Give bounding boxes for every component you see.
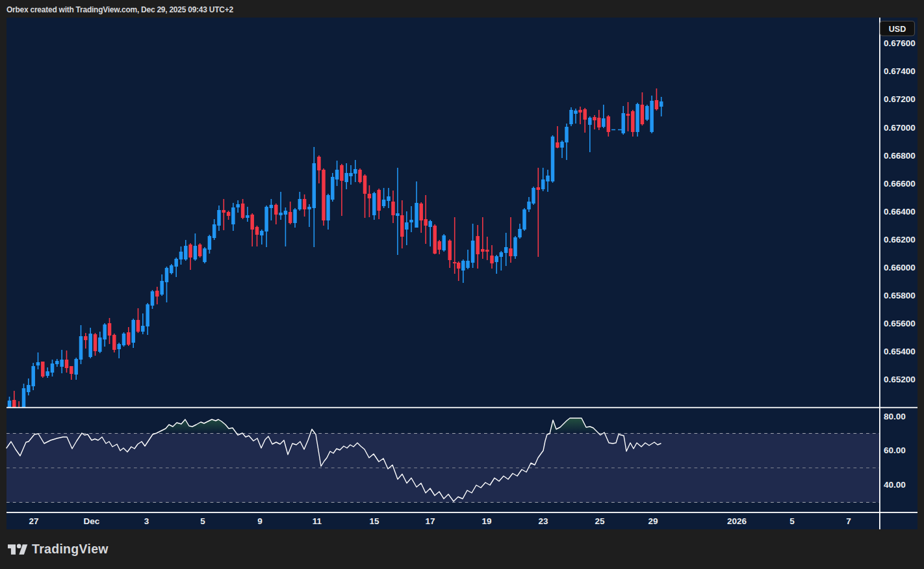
svg-text:5: 5 — [789, 516, 795, 526]
svg-text:0.67000: 0.67000 — [884, 123, 916, 133]
svg-text:23: 23 — [538, 516, 548, 526]
svg-text:5: 5 — [200, 516, 205, 526]
svg-text:11: 11 — [313, 516, 322, 526]
svg-text:27: 27 — [29, 516, 38, 526]
svg-text:0.67200: 0.67200 — [884, 94, 916, 104]
svg-text:80.00: 80.00 — [884, 412, 906, 421]
svg-text:Orbex created with TradingView: Orbex created with TradingView.com, Dec … — [6, 5, 233, 14]
svg-text:0.66800: 0.66800 — [884, 151, 916, 161]
svg-text:19: 19 — [481, 516, 491, 526]
svg-text:7: 7 — [846, 516, 851, 526]
svg-text:9: 9 — [257, 516, 263, 526]
svg-text:0.66600: 0.66600 — [884, 179, 916, 189]
svg-text:0.65600: 0.65600 — [884, 319, 916, 328]
svg-text:60.00: 60.00 — [884, 445, 906, 455]
svg-text:0.65200: 0.65200 — [884, 375, 916, 384]
svg-text:USD: USD — [889, 25, 906, 34]
svg-text:25: 25 — [595, 516, 605, 526]
svg-text:0.66400: 0.66400 — [884, 207, 916, 217]
svg-text:29: 29 — [648, 516, 658, 526]
svg-text:TradingView: TradingView — [32, 542, 109, 556]
svg-text:0.67400: 0.67400 — [884, 66, 916, 76]
svg-text:0.65800: 0.65800 — [884, 291, 916, 300]
svg-text:0.67600: 0.67600 — [884, 38, 916, 48]
svg-text:0.66000: 0.66000 — [884, 263, 916, 272]
svg-text:Dec: Dec — [84, 516, 100, 526]
svg-text:2026: 2026 — [727, 516, 747, 526]
svg-text:3: 3 — [144, 516, 149, 526]
svg-text:17: 17 — [425, 516, 435, 526]
svg-text:40.00: 40.00 — [884, 480, 906, 490]
svg-text:0.65400: 0.65400 — [884, 347, 916, 356]
svg-text:0.66200: 0.66200 — [884, 235, 916, 245]
svg-text:15: 15 — [369, 516, 379, 526]
